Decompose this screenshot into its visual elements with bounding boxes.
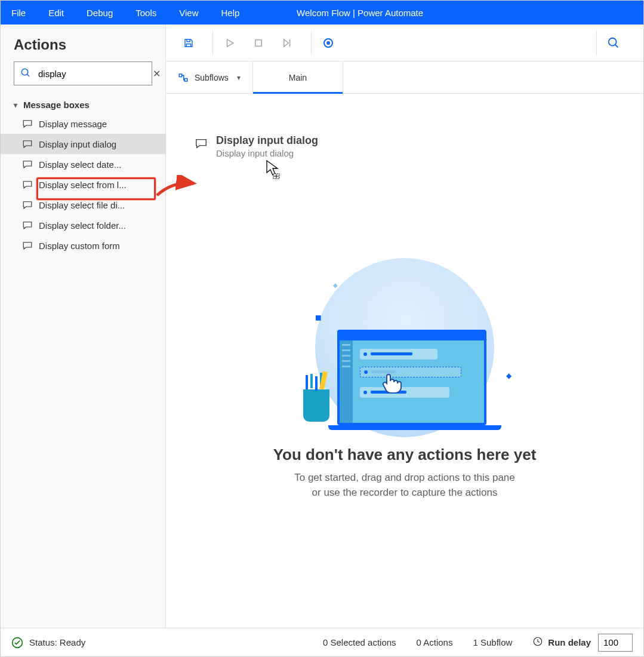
step-button[interactable] [276,32,298,54]
toolbar-separator [596,31,597,55]
toolbar [166,24,643,62]
svg-line-1 [27,74,29,76]
subflows-label: Subflows [195,73,229,82]
sidebar-heading: Actions [14,36,165,53]
action-label: Display select folder... [39,220,126,231]
empty-state: ◆✦◆◆◆ [238,264,572,501]
status-ok-icon [11,637,23,649]
toolbar-separator [212,31,213,55]
action-label: Display input dialog [39,139,116,149]
drag-title: Display input dialog [216,134,318,147]
svg-point-4 [609,38,617,45]
menu-file[interactable]: File [11,8,26,18]
tab-strip: Subflows ▾ Main [166,62,643,94]
empty-illustration: ◆✦◆◆◆ [297,264,512,431]
empty-text-1: To get started, drag and drop actions to… [238,470,572,486]
toolbar-separator [311,31,312,55]
search-icon [20,67,37,80]
actions-sidebar: Actions ✕ ▾ Message boxes Display messag… [1,24,166,628]
find-button[interactable] [603,32,624,54]
tab-label: Main [289,73,307,82]
status-bar: Status: Ready 0 Selected actions 0 Actio… [1,628,643,656]
menu-edit[interactable]: Edit [48,8,64,18]
svg-point-0 [21,69,28,75]
message-icon [22,158,34,170]
message-icon [22,199,34,211]
svg-line-5 [615,44,618,47]
menu-help[interactable]: Help [221,8,240,18]
action-display-select-date[interactable]: Display select date... [1,154,165,174]
message-icon [22,138,34,150]
menu-bar: File Edit Debug Tools View Help Welcom F… [1,1,643,24]
action-label: Display select file di... [39,200,125,210]
status-selected: 0 Selected actions [323,637,396,647]
status-actions: 0 Actions [417,637,453,647]
cursor-drag-icon [265,159,282,182]
action-label: Display custom form [39,241,120,251]
tab-main[interactable]: Main [253,62,343,93]
group-label: Message boxes [23,100,90,110]
search-input[interactable] [37,68,153,79]
run-delay-input[interactable] [598,634,633,652]
action-display-message[interactable]: Display message [1,113,165,134]
message-icon [22,118,34,130]
subflows-dropdown[interactable]: Subflows ▾ [166,62,253,93]
svg-rect-6 [179,74,182,77]
action-label: Display message [39,119,107,129]
menu-debug[interactable]: Debug [87,8,113,18]
run-button[interactable] [219,32,241,54]
drag-subtitle: Display input dialog [216,148,318,158]
empty-text-2: or use the recorder to capture the actio… [238,485,572,501]
action-label: Display select from l... [39,180,127,190]
svg-rect-2 [255,39,262,46]
status-subflows: 1 Subflow [473,637,512,647]
action-display-input-dialog[interactable]: Display input dialog [1,134,165,154]
action-display-custom-form[interactable]: Display custom form [1,235,165,256]
message-icon [195,137,208,152]
action-label: Display select date... [39,159,121,170]
menu-tools[interactable]: Tools [135,8,156,18]
search-box[interactable]: ✕ [14,62,152,85]
window-title: Welcom Flow | Power Automate [297,8,423,18]
stop-button[interactable] [248,32,269,54]
record-button[interactable] [318,32,339,54]
chevron-down-icon: ▾ [237,73,241,82]
drag-preview: Display input dialog Display input dialo… [195,134,318,158]
svg-rect-8 [273,174,279,179]
message-icon [22,179,34,191]
clear-search-icon[interactable]: ✕ [153,68,161,79]
menu-view[interactable]: View [179,8,198,18]
action-display-select-file[interactable]: Display select file di... [1,195,165,215]
empty-heading: You don't have any actions here yet [238,446,572,464]
clock-icon [532,636,548,649]
workspace: Subflows ▾ Main Display input dialog Dis… [166,24,643,628]
action-display-select-folder[interactable]: Display select folder... [1,215,165,235]
chevron-down-icon: ▾ [14,101,17,109]
run-delay-label: Run delay [548,637,591,647]
message-icon [22,219,34,231]
group-message-boxes[interactable]: ▾ Message boxes [1,94,165,113]
status-text: Status: Ready [29,637,85,647]
save-button[interactable] [178,32,199,54]
svg-rect-7 [184,78,187,81]
flow-canvas[interactable]: Display input dialog Display input dialo… [166,94,643,628]
message-icon [22,240,34,251]
action-display-select-from-list[interactable]: Display select from l... [1,174,165,195]
